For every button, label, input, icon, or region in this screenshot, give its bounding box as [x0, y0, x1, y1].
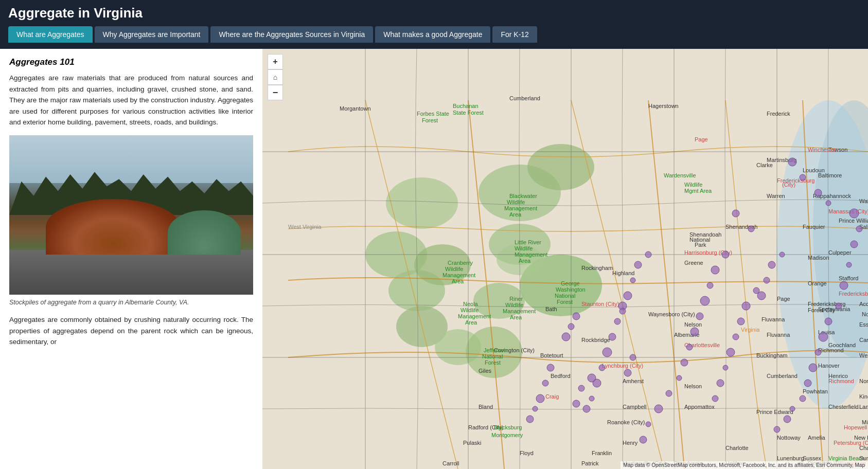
- svg-text:State Forest: State Forest: [453, 110, 484, 116]
- svg-text:Rockingham: Rockingham: [581, 265, 613, 271]
- svg-point-207: [748, 226, 754, 232]
- left-panel: Aggregates 101 Aggregates are raw materi…: [0, 49, 262, 469]
- tab-where-sources[interactable]: Where are the Aggregates Sources in Virg…: [210, 26, 373, 43]
- svg-text:Cranberry: Cranberry: [448, 260, 473, 266]
- svg-text:Essex: Essex: [859, 321, 868, 328]
- map-background: Morgantown Cumberland Hagerstown Frederi…: [262, 49, 868, 469]
- svg-text:Buckingham: Buckingham: [756, 352, 788, 358]
- tab-what-are-aggregates[interactable]: What are Aggregates: [8, 26, 93, 43]
- svg-point-220: [723, 365, 728, 370]
- tab-what-makes-good[interactable]: What makes a good Aggregate: [375, 26, 490, 43]
- svg-text:Warren: Warren: [767, 193, 785, 199]
- svg-text:Charlotte: Charlotte: [725, 445, 749, 451]
- svg-point-212: [640, 436, 647, 443]
- svg-text:Roanoke (City): Roanoke (City): [607, 419, 645, 425]
- svg-text:Floyd: Floyd: [520, 450, 534, 456]
- svg-text:Neola: Neola: [463, 301, 479, 307]
- svg-text:Richmond: Richmond: [818, 347, 844, 353]
- svg-point-186: [711, 266, 719, 274]
- svg-text:Wildlife: Wildlife: [445, 266, 463, 272]
- svg-point-180: [804, 380, 811, 387]
- svg-text:Appomattox: Appomattox: [684, 404, 715, 410]
- svg-point-182: [790, 406, 795, 411]
- svg-point-214: [624, 369, 631, 376]
- svg-text:Staunton (City): Staunton (City): [581, 301, 619, 307]
- svg-text:Middlesex: Middlesex: [862, 419, 868, 425]
- svg-text:Accomac: Accomac: [859, 301, 868, 307]
- zoom-in-button[interactable]: +: [268, 54, 283, 69]
- road-layer: [9, 270, 253, 295]
- svg-point-209: [666, 390, 672, 396]
- svg-text:Area: Area: [452, 278, 464, 284]
- section-title: Aggregates 101: [9, 57, 253, 67]
- svg-text:Wildlife: Wildlife: [460, 307, 479, 313]
- svg-point-167: [800, 174, 806, 181]
- svg-point-192: [681, 359, 688, 366]
- svg-text:Riner: Riner: [509, 296, 523, 302]
- svg-text:Forest: Forest: [422, 117, 438, 123]
- svg-text:Cumberland: Cumberland: [509, 95, 540, 101]
- svg-point-189: [696, 313, 703, 320]
- svg-point-219: [727, 348, 735, 356]
- svg-text:Nottoway: Nottoway: [777, 435, 801, 441]
- svg-text:Fluvanna: Fluvanna: [767, 332, 790, 338]
- svg-text:Lynchburg (City): Lynchburg (City): [602, 363, 643, 369]
- svg-text:Amelia: Amelia: [808, 435, 826, 441]
- svg-text:Area: Area: [509, 211, 522, 218]
- svg-text:Morgantown: Morgantown: [340, 105, 371, 112]
- svg-point-208: [732, 210, 739, 217]
- svg-text:Page: Page: [777, 296, 790, 302]
- svg-text:Washington: Washington: [556, 286, 586, 293]
- home-button[interactable]: ⌂: [268, 69, 283, 85]
- svg-point-235: [630, 278, 635, 283]
- svg-text:Waynesboro (City): Waynesboro (City): [648, 311, 695, 317]
- svg-point-234: [634, 261, 642, 268]
- svg-text:Bedford: Bedford: [551, 373, 571, 379]
- svg-text:Winchester: Winchester: [808, 147, 836, 153]
- svg-text:Rockbridge: Rockbridge: [581, 337, 610, 343]
- svg-point-222: [712, 395, 718, 402]
- map-attribution: Map data © OpenStreetMap contributors, M…: [621, 461, 868, 469]
- svg-point-233: [645, 251, 651, 258]
- svg-point-231: [764, 277, 770, 283]
- svg-text:Fauquier: Fauquier: [803, 224, 825, 230]
- svg-text:Westmoreland: Westmoreland: [859, 352, 868, 358]
- svg-point-232: [757, 292, 766, 300]
- svg-text:Mgmt Area: Mgmt Area: [684, 188, 712, 194]
- image-caption: Stockpiles of aggregate from a quarry in…: [9, 299, 253, 306]
- map-controls: + ⌂ −: [268, 54, 283, 100]
- svg-point-188: [700, 296, 710, 305]
- svg-point-3: [386, 177, 458, 229]
- svg-text:Forest: Forest: [485, 359, 501, 366]
- svg-text:Frederick: Frederick: [767, 111, 790, 117]
- zoom-out-button[interactable]: −: [268, 85, 283, 100]
- svg-point-236: [624, 292, 632, 300]
- tab-bar: What are Aggregates Why Aggregates are I…: [8, 26, 860, 43]
- svg-point-185: [722, 251, 729, 258]
- svg-point-218: [733, 334, 739, 340]
- svg-point-169: [826, 201, 831, 206]
- tab-for-k12[interactable]: For K-12: [492, 26, 537, 43]
- svg-text:Greene: Greene: [684, 260, 703, 266]
- svg-text:Northumberland: Northumberland: [859, 378, 868, 384]
- svg-point-174: [840, 281, 848, 290]
- svg-point-204: [536, 394, 544, 403]
- svg-point-166: [788, 158, 796, 166]
- svg-text:Waldorf: Waldorf: [859, 198, 868, 204]
- svg-text:Culpeper: Culpeper: [828, 249, 852, 256]
- svg-text:Montgomery: Montgomery: [491, 432, 523, 438]
- svg-point-173: [846, 262, 852, 267]
- svg-point-200: [589, 396, 594, 401]
- svg-text:Wardensville: Wardensville: [664, 172, 696, 178]
- svg-text:Franklin: Franklin: [592, 450, 612, 456]
- svg-text:Hanover: Hanover: [818, 363, 840, 369]
- header: Aggregate in Virginia What are Aggregate…: [0, 0, 868, 49]
- svg-text:New Kent: New Kent: [854, 435, 868, 441]
- svg-point-175: [836, 303, 842, 309]
- tab-why-important[interactable]: Why Aggregates are Important: [95, 26, 209, 43]
- svg-point-178: [815, 349, 821, 355]
- svg-text:Caroline: Caroline: [859, 337, 868, 343]
- svg-text:Wildlife: Wildlife: [515, 245, 533, 251]
- svg-point-228: [562, 333, 570, 341]
- svg-text:Area: Area: [465, 319, 477, 326]
